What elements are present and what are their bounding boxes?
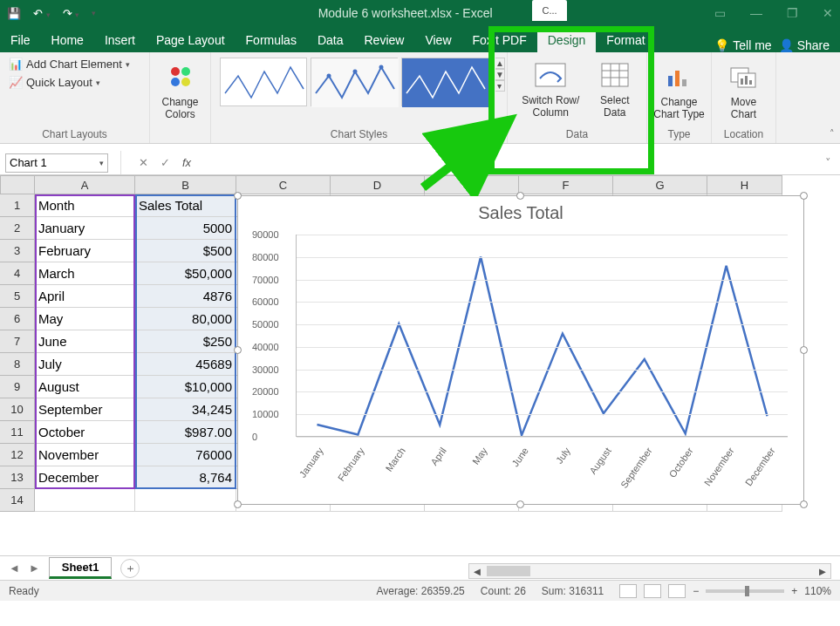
col-header[interactable]: E [425,175,519,194]
zoom-level[interactable]: 110% [804,585,831,597]
col-header[interactable]: D [331,175,425,194]
move-chart-button[interactable]: Move Chart [720,58,767,120]
col-header[interactable]: G [613,175,707,194]
row-header[interactable]: 3 [0,240,35,262]
close-icon[interactable]: ✕ [823,6,833,20]
select-all-corner[interactable] [0,175,35,194]
row-header[interactable]: 14 [0,489,35,512]
tab-page-layout[interactable]: Page Layout [146,28,236,52]
tab-home[interactable]: Home [41,28,94,52]
tab-format[interactable]: Format [596,28,655,52]
cell[interactable]: $500 [135,240,236,262]
collapse-ribbon-icon[interactable]: ˄ [830,128,835,139]
cell[interactable]: July [35,353,135,376]
row-header[interactable]: 7 [0,330,35,353]
horizontal-scrollbar[interactable]: ◄ ► [468,563,831,579]
tab-insert[interactable]: Insert [94,28,146,52]
cell[interactable]: April [35,285,135,308]
row-header[interactable]: 10 [0,398,35,421]
cell[interactable]: October [35,421,135,444]
cell[interactable]: 4876 [135,285,236,308]
cell[interactable]: 5000 [135,217,236,240]
name-box[interactable]: Chart 1 ▾ [5,153,108,173]
row-header[interactable]: 13 [0,466,35,489]
redo-icon[interactable]: ↷ ▾ [63,7,80,20]
hscroll-thumb[interactable] [487,566,530,576]
ribbon-options-icon[interactable]: ▭ [714,6,726,20]
tab-data[interactable]: Data [307,28,354,52]
fx-icon[interactable]: fx [182,156,191,169]
row-header[interactable]: 4 [0,262,35,285]
zoom-slider[interactable] [706,589,784,593]
sheet-nav-next[interactable]: ► [29,561,40,575]
tab-file[interactable]: File [0,28,41,52]
col-header[interactable]: A [35,175,135,194]
change-colors-button[interactable]: Change Colors [159,58,201,120]
name-box-caret-icon[interactable]: ▾ [99,159,104,167]
cell[interactable] [35,489,135,512]
col-header[interactable]: F [519,175,613,194]
tab-design[interactable]: Design [537,28,597,52]
cell[interactable]: 76000 [135,444,236,466]
cell[interactable]: Month [35,194,135,217]
cell[interactable]: 34,245 [135,398,236,421]
row-header[interactable]: 12 [0,444,35,466]
chart-style-1[interactable] [220,58,307,106]
row-header[interactable]: 5 [0,285,35,308]
cell[interactable]: November [35,444,135,466]
style-more[interactable]: ▾ [495,80,505,92]
share-button[interactable]: 👤 Share [779,38,830,52]
add-chart-element-button[interactable]: 📊 Add Chart Element▾ [9,58,130,71]
cell[interactable]: 8,764 [135,466,236,489]
undo-icon[interactable]: ↶ ▾ [33,7,51,20]
sheet-nav-prev[interactable]: ◄ [9,561,20,575]
row-header[interactable]: 9 [0,376,35,398]
save-icon[interactable]: 💾 [7,7,21,20]
cell[interactable]: $250 [135,330,236,353]
switch-row-column-button[interactable]: Switch Row/ Column [516,56,585,119]
quick-layout-button[interactable]: 📈 Quick Layout▾ [9,76,100,89]
row-header[interactable]: 8 [0,353,35,376]
view-normal[interactable] [619,584,637,598]
chart-style-2[interactable] [311,58,398,106]
cell[interactable]: March [35,262,135,285]
view-page-layout[interactable] [644,584,661,598]
cell[interactable]: 45689 [135,353,236,376]
minimize-icon[interactable]: — [750,6,762,20]
embedded-chart[interactable]: Sales Total 0100002000030000400005000060… [237,195,804,505]
cell[interactable]: $987.00 [135,421,236,444]
chart-styles-gallery[interactable] [220,58,488,106]
tab-foxit-pdf[interactable]: Foxit PDF [462,28,537,52]
col-header[interactable]: H [707,175,782,194]
tab-review[interactable]: Review [354,28,415,52]
col-header[interactable]: C [236,175,331,194]
tell-me[interactable]: 💡 Tell me [714,38,771,52]
cell[interactable]: May [35,308,135,330]
select-data-button[interactable]: Select Data [592,56,638,119]
cell[interactable]: Sales Total [135,194,236,217]
cell[interactable]: $10,000 [135,376,236,398]
col-header[interactable]: B [135,175,236,194]
view-page-break[interactable] [668,584,686,598]
formula-cancel-icon[interactable]: ✕ [139,156,148,169]
chart-style-3[interactable] [401,58,488,106]
cell[interactable]: January [35,217,135,240]
style-scroll-up[interactable]: ▲ [495,58,505,69]
hscroll-right[interactable]: ► [815,565,830,578]
hscroll-left[interactable]: ◄ [469,565,485,578]
tab-formulas[interactable]: Formulas [236,28,307,52]
zoom-out[interactable]: − [693,585,699,597]
tab-view[interactable]: View [414,28,461,52]
style-scroll-down[interactable]: ▼ [495,69,505,80]
cell[interactable]: September [35,398,135,421]
change-chart-type-button[interactable]: Change Chart Type [653,58,704,120]
row-header[interactable]: 1 [0,194,35,217]
cell[interactable]: February [35,240,135,262]
formula-enter-icon[interactable]: ✓ [160,156,170,169]
cell[interactable] [135,489,236,512]
cell[interactable]: 80,000 [135,308,236,330]
maximize-icon[interactable]: ❐ [787,6,798,20]
cell[interactable]: $50,000 [135,262,236,285]
sheet-tab-sheet1[interactable]: Sheet1 [49,557,113,579]
chart-title[interactable]: Sales Total [238,196,803,223]
